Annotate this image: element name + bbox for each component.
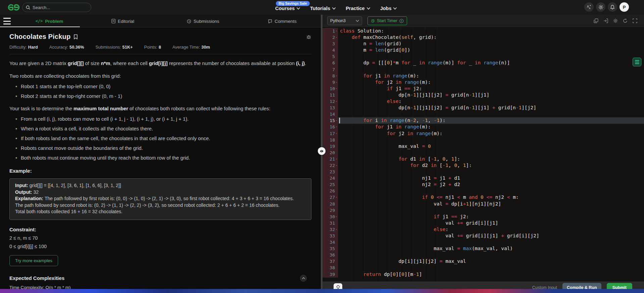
bookmark-icon[interactable] xyxy=(73,34,78,40)
code-line-29[interactable]: 29 xyxy=(323,207,644,214)
nav-menu-jobs[interactable]: Jobs xyxy=(380,6,397,11)
list-icon xyxy=(635,60,639,64)
list-item: Both robots must continue moving until t… xyxy=(9,155,311,161)
chevron-down-icon xyxy=(367,7,370,10)
language-select[interactable]: Python3 xyxy=(327,16,362,25)
chevron-down-icon xyxy=(393,7,397,10)
rules-list: From a cell (i, j), robots can move to c… xyxy=(9,116,311,161)
search-input[interactable] xyxy=(33,5,83,10)
code-line-7[interactable]: 7 xyxy=(323,66,644,73)
list-item: Robot 2 starts at the top-right corner (… xyxy=(9,93,311,100)
code-line-33[interactable]: 33 val += grid[i][j1] + grid[i][j2] xyxy=(323,233,644,239)
code-line-3[interactable]: 3 n = len(grid) xyxy=(323,41,644,47)
side-panel-toggle-icon[interactable] xyxy=(633,58,641,66)
code-line-11[interactable]: 11 dp[n-1][j1][j2] = grid[n-1][j1] xyxy=(323,92,644,98)
code-line-19[interactable]: 19 max_val = 0 xyxy=(323,143,644,150)
collapse-section-button[interactable] xyxy=(300,275,307,282)
app-root: Big Savings Sale Courses Tutorials Pract… xyxy=(0,0,644,293)
code-line-14[interactable]: 14 xyxy=(323,111,644,117)
code-line-16[interactable]: 16- for j1 in range(m): xyxy=(323,124,644,130)
svg-text:A: A xyxy=(589,7,591,9)
bottom-ad-banner[interactable] xyxy=(0,289,644,293)
code-line-34[interactable]: 34 xyxy=(323,239,644,245)
main-split: </> Problem Editorial Submissions xyxy=(0,15,644,293)
top-navbar: Big Savings Sale Courses Tutorials Pract… xyxy=(0,0,644,15)
code-line-28[interactable]: 28 val = dp[i+1][nj1][nj2] xyxy=(323,201,644,207)
code-line-25[interactable]: 25 nj2 = j2 + d2 xyxy=(323,181,644,188)
example-explanation: Explanation: The path followed by first … xyxy=(15,195,306,202)
resize-right-arrow-icon xyxy=(322,150,324,153)
code-line-12[interactable]: 12- else: xyxy=(323,98,644,105)
copy-icon[interactable] xyxy=(594,18,598,23)
translate-icon[interactable]: AA xyxy=(584,2,594,12)
panel-resize-handle[interactable] xyxy=(318,147,326,155)
code-line-36[interactable]: 36 xyxy=(323,252,644,258)
code-line-37[interactable]: 37 dp[i][j1][j2] = max_val xyxy=(323,258,644,265)
fullscreen-icon[interactable] xyxy=(633,18,637,23)
code-line-4[interactable]: 4 m = len(grid[0]) xyxy=(323,47,644,53)
code-line-24[interactable]: 24 nj1 = j1 + d1 xyxy=(323,175,644,181)
code-line-17[interactable]: 17- for j2 in range(m): xyxy=(323,130,644,137)
code-line-5[interactable]: 5 xyxy=(323,53,644,60)
problem-stats: Difficulty:Hard Accuracy:50.36% Submissi… xyxy=(9,45,311,50)
nav-menus: Courses Tutorials Practice Jobs xyxy=(275,6,397,11)
avatar[interactable]: P xyxy=(620,2,629,12)
list-item: Robots cannot move outside the boundarie… xyxy=(9,145,311,152)
constraint-label: Constraint: xyxy=(9,227,311,232)
example-explanation: Total both robots collected 16 + 16 = 32… xyxy=(15,209,306,215)
settings-gear-icon[interactable] xyxy=(613,18,618,23)
nav-menu-practice[interactable]: Practice xyxy=(346,6,370,11)
search-bar[interactable] xyxy=(22,3,91,12)
problem-panel: </> Problem Editorial Submissions xyxy=(0,15,321,293)
code-line-27[interactable]: 27- if 0 <= nj1 < m and 0 <= nj2 < m: xyxy=(323,194,644,200)
code-line-22[interactable]: 22- for d2 in [-1, 0, 1]: xyxy=(323,162,644,169)
theme-toggle-sun-icon[interactable] xyxy=(596,2,605,12)
list-item: When a robot visits a cell, it collects … xyxy=(9,125,311,132)
text-cursor xyxy=(339,118,340,123)
try-more-examples-button[interactable]: Try more examples xyxy=(9,255,58,266)
code-line-18[interactable]: 18 xyxy=(323,137,644,143)
code-line-8[interactable]: 8- for j1 in range(m): xyxy=(323,73,644,79)
code-line-9[interactable]: 9- for j2 in range(m): xyxy=(323,79,644,85)
constraint-line: 0 ≤ grid[i][j] ≤ 100 xyxy=(9,244,311,249)
code-editor[interactable]: 1-class Solution:2- def maxChocolate(sel… xyxy=(323,27,644,281)
reset-code-icon[interactable] xyxy=(623,18,628,23)
start-timer-button[interactable]: Start Timer xyxy=(367,16,407,25)
code-line-39[interactable]: 39 return dp[0][0][m-1] xyxy=(323,271,644,278)
code-line-20[interactable]: 20 xyxy=(323,150,644,156)
alarm-clock-icon xyxy=(371,19,375,23)
comment-bubble-icon xyxy=(268,19,272,23)
page-title: Chocolates Pickup xyxy=(9,33,70,41)
code-icon: </> xyxy=(36,19,43,23)
code-line-15[interactable]: 15- for i in range(n-2, -1, -1): xyxy=(323,117,644,124)
problem-content[interactable]: Chocolates Pickup Difficulty:Hard Accura… xyxy=(0,27,321,293)
nav-menu-tutorials[interactable]: Tutorials xyxy=(310,6,336,11)
code-line-35[interactable]: 35 max_val = max(max_val, val) xyxy=(323,245,644,252)
code-line-21[interactable]: 21- for d1 in [-1, 0, 1]: xyxy=(323,156,644,162)
code-line-38[interactable]: 38 xyxy=(323,265,644,271)
code-line-6[interactable]: 6 dp = [[[0]*m for _ in range(m)] for _ … xyxy=(323,60,644,66)
notifications-bell-icon[interactable] xyxy=(608,2,617,12)
editor-panel: Python3 Start Timer xyxy=(323,15,644,293)
import-code-icon[interactable] xyxy=(603,18,608,23)
code-line-1[interactable]: 1-class Solution: xyxy=(323,28,644,34)
code-line-2[interactable]: 2- def maxChocolate(self, grid): xyxy=(323,34,644,41)
nav-menu-courses[interactable]: Courses xyxy=(275,6,300,11)
report-bug-icon[interactable] xyxy=(306,34,311,40)
tab-submissions[interactable]: Submissions xyxy=(187,15,219,27)
code-line-10[interactable]: 10- if j1 == j2: xyxy=(323,85,644,92)
code-line-23[interactable]: 23 xyxy=(323,169,644,175)
code-line-31[interactable]: 31 val += grid[i][j1] xyxy=(323,220,644,226)
robots-intro-paragraph: Two robots are collecting chocolates fro… xyxy=(9,73,311,80)
code-line-13[interactable]: 13 dp[n-1][j1][j2] = grid[n-1][j1] + gri… xyxy=(323,105,644,111)
gfg-logo-icon[interactable] xyxy=(7,3,20,12)
code-line-26[interactable]: 26 xyxy=(323,188,644,194)
code-line-32[interactable]: 32- else: xyxy=(323,226,644,233)
tab-comments[interactable]: Comments xyxy=(268,15,296,27)
code-line-30[interactable]: 30- if j1 == j2: xyxy=(323,214,644,220)
tab-editorial[interactable]: Editorial xyxy=(111,15,134,27)
hamburger-menu-icon[interactable] xyxy=(3,18,11,24)
stat-average-time: Average Time:30m xyxy=(172,45,210,50)
expected-complexities-label: Expected Complexities xyxy=(9,275,64,281)
tab-problem[interactable]: </> Problem xyxy=(36,15,63,27)
